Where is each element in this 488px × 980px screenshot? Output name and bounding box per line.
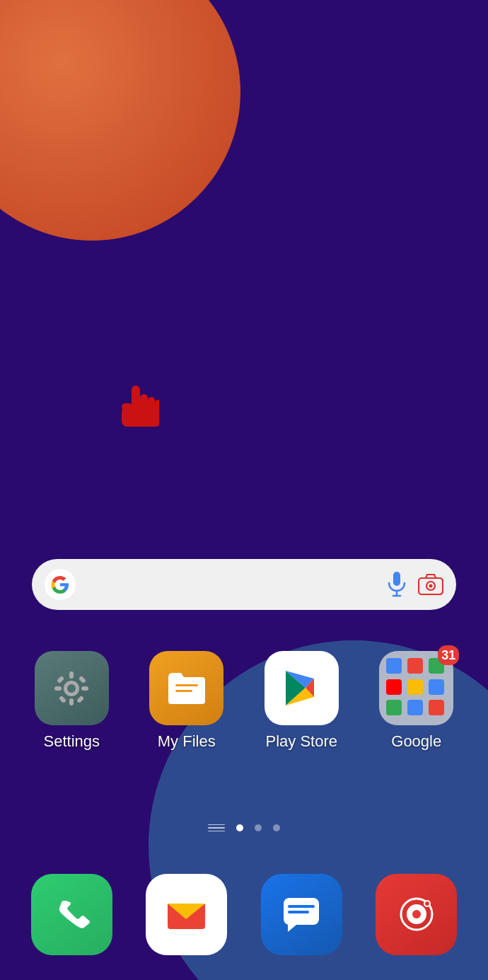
svg-rect-19 xyxy=(81,686,88,691)
google-badge: 31 xyxy=(438,645,459,665)
svg-rect-21 xyxy=(76,695,84,703)
camera-icon[interactable] xyxy=(418,572,443,597)
folder-mini-1 xyxy=(386,658,402,674)
wallpaper xyxy=(0,0,488,980)
svg-point-15 xyxy=(67,684,76,693)
playstore-icon xyxy=(265,651,339,725)
app-item-google[interactable]: 31 Google xyxy=(371,651,463,751)
folder-mini-8 xyxy=(407,700,423,715)
search-bar[interactable] xyxy=(32,559,456,610)
svg-rect-7 xyxy=(393,572,400,586)
page-indicator-2[interactable] xyxy=(255,824,262,831)
playstore-label: Play Store xyxy=(266,732,338,751)
svg-point-13 xyxy=(429,584,433,588)
svg-rect-18 xyxy=(54,686,62,691)
svg-rect-29 xyxy=(288,911,309,913)
page-indicator-lines xyxy=(208,824,225,831)
svg-rect-24 xyxy=(175,684,198,686)
settings-icon xyxy=(35,651,109,725)
microphone-icon[interactable] xyxy=(384,572,409,597)
svg-rect-22 xyxy=(79,675,86,683)
svg-rect-28 xyxy=(288,905,315,908)
svg-rect-20 xyxy=(57,675,64,683)
myfiles-icon xyxy=(149,651,223,725)
dock-phone[interactable] xyxy=(31,874,112,955)
dock-gmail[interactable] xyxy=(146,874,227,955)
page-indicator-3[interactable] xyxy=(273,824,280,831)
folder-mini-7 xyxy=(386,700,402,715)
app-item-playstore[interactable]: Play Store xyxy=(255,651,347,751)
app-grid: Settings My Files xyxy=(0,651,488,751)
svg-marker-30 xyxy=(288,925,296,932)
wallpaper-circle-top xyxy=(0,0,240,241)
app-item-myfiles[interactable]: My Files xyxy=(141,651,233,751)
svg-rect-16 xyxy=(69,671,74,679)
app-item-settings[interactable]: Settings xyxy=(25,651,117,751)
google-folder-icon: 31 xyxy=(379,651,453,725)
svg-rect-17 xyxy=(69,698,74,705)
svg-rect-23 xyxy=(59,695,66,703)
svg-marker-11 xyxy=(426,575,436,578)
google-g-icon xyxy=(45,569,76,600)
svg-rect-25 xyxy=(175,690,192,692)
folder-mini-5 xyxy=(407,679,423,695)
folder-mini-4 xyxy=(386,679,402,695)
dock-messages[interactable] xyxy=(261,874,342,955)
folder-mini-9 xyxy=(429,700,444,715)
settings-label: Settings xyxy=(44,732,100,751)
page-indicators xyxy=(0,824,488,831)
google-label: Google xyxy=(391,732,441,751)
svg-point-33 xyxy=(412,910,421,918)
page-indicator-1[interactable] xyxy=(236,824,243,831)
folder-mini-6 xyxy=(429,679,444,695)
svg-point-35 xyxy=(425,901,429,906)
myfiles-label: My Files xyxy=(158,732,216,751)
dock xyxy=(0,874,488,955)
dock-screen-recorder[interactable] xyxy=(376,874,457,955)
folder-mini-2 xyxy=(407,658,423,674)
